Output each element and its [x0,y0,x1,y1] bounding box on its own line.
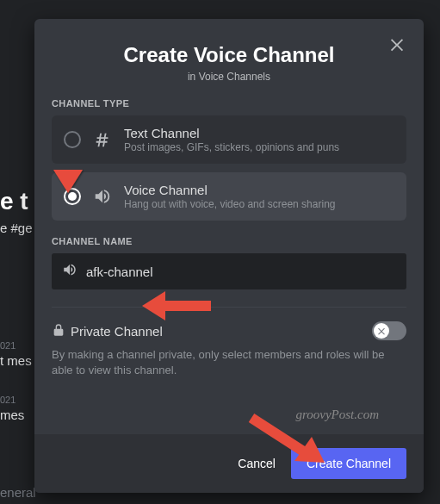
channel-name-input[interactable] [86,264,396,279]
channel-name-field-wrap[interactable] [52,253,406,289]
watermark: groovyPost.com [295,408,379,422]
create-channel-button[interactable]: Create Channel [291,448,406,479]
lock-icon [52,323,65,339]
type-desc-voice: Hang out with voice, video and screen sh… [124,198,394,210]
radio-text[interactable] [64,131,81,148]
private-toggle[interactable] [372,321,406,340]
type-title-text: Text Channel [124,126,394,140]
private-desc: By making a channel private, only select… [52,347,406,378]
toggle-knob [374,323,389,339]
type-desc-text: Post images, GIFs, stickers, opinions an… [124,141,394,153]
close-button[interactable] [387,34,406,53]
toggle-x-icon [376,326,387,336]
speaker-icon-small [62,262,77,281]
type-option-voice[interactable]: Voice Channel Hang out with voice, video… [52,172,406,221]
bg-bottom: eneral [0,485,36,500]
type-option-text[interactable]: Text Channel Post images, GIFs, stickers… [52,115,406,164]
modal-header: Create Voice Channel in Voice Channels [34,19,424,98]
modal-footer: Cancel Create Channel [34,434,424,493]
bg-heading: e t [0,188,28,215]
bg-hash: e #ge [0,221,33,235]
channel-name-label: CHANNEL NAME [52,236,406,246]
bg-date: 021 [0,340,15,351]
type-title-voice: Voice Channel [124,183,394,197]
hash-icon [93,130,112,149]
radio-voice[interactable] [64,188,81,205]
private-channel-label: Private Channel [52,323,163,339]
divider [52,307,406,308]
cancel-button[interactable]: Cancel [238,457,276,470]
create-channel-modal: Create Voice Channel in Voice Channels C… [34,19,424,493]
speaker-icon [93,187,112,206]
modal-title: Create Voice Channel [52,43,406,67]
close-icon [387,34,406,53]
modal-subtitle: in Voice Channels [52,71,406,83]
private-label-text: Private Channel [71,324,163,339]
bg-date2: 021 [0,395,15,405]
bg-msg2: mes [0,408,24,422]
bg-msg1: t mes [0,353,32,368]
channel-type-label: CHANNEL TYPE [52,98,406,109]
